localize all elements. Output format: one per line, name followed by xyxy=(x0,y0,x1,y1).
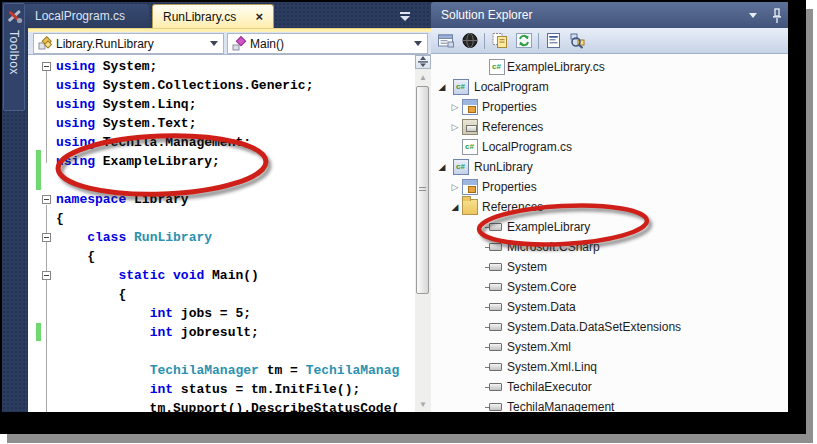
tree-item-ref-examplelibrary[interactable]: ExampleLibrary xyxy=(431,217,788,237)
csharp-file-icon xyxy=(462,139,478,155)
code-line: int status = tm.InitFile(); xyxy=(56,380,360,399)
solution-explorer-titlebar[interactable]: Solution Explorer xyxy=(431,2,788,28)
code-line: { xyxy=(56,285,126,304)
expanded-arrow-icon[interactable] xyxy=(436,161,448,173)
code-line: { xyxy=(56,209,64,228)
tab-label: RunLibrary.cs xyxy=(163,10,236,24)
solution-tree: ExampleLibrary.cs LocalProgram Propertie… xyxy=(431,54,788,412)
code-line: int jobs = 5; xyxy=(56,304,251,323)
assembly-reference-icon xyxy=(489,263,502,271)
show-all-files-icon[interactable] xyxy=(489,31,511,51)
window-position-icon[interactable] xyxy=(749,13,757,18)
code-line: TechilaManager tm = TechilaManag xyxy=(56,361,399,380)
fold-collapse-icon[interactable] xyxy=(42,62,51,71)
vertical-scrollbar[interactable]: ▲ ▼ xyxy=(415,55,431,412)
code-line: using System.Linq; xyxy=(56,95,196,114)
type-dropdown-value: Library.RunLibrary xyxy=(56,37,154,51)
collapsed-arrow-icon[interactable] xyxy=(449,121,461,133)
document-list-dropdown-icon[interactable] xyxy=(398,9,412,21)
references-folder-icon xyxy=(462,119,478,135)
fold-collapse-icon[interactable] xyxy=(42,233,51,242)
code-line: namespace Library xyxy=(56,190,189,209)
chevron-down-icon xyxy=(414,41,422,46)
class-icon xyxy=(37,36,53,52)
tree-item-localprogram[interactable]: LocalProgram xyxy=(431,77,788,97)
class-diagram-icon[interactable] xyxy=(567,31,589,51)
csharp-project-icon xyxy=(453,79,469,95)
tree-item-ref-techilaexecutor[interactable]: TechilaExecutor xyxy=(431,377,788,397)
expanded-arrow-icon[interactable] xyxy=(449,201,461,213)
tree-item-ref-system-core[interactable]: System.Core xyxy=(431,277,788,297)
member-dropdown-value: Main() xyxy=(250,37,284,51)
editor-splitter-handle[interactable] xyxy=(415,55,431,69)
toolbox-tab[interactable]: Toolbox xyxy=(3,3,25,111)
assembly-reference-icon xyxy=(489,243,502,251)
change-bar xyxy=(36,150,41,190)
toolbar-separator xyxy=(538,33,539,49)
assembly-reference-icon xyxy=(489,403,502,411)
solution-explorer-toolbar xyxy=(431,28,788,54)
view-code-icon[interactable] xyxy=(543,31,565,51)
code-line: { xyxy=(56,247,95,266)
code-line: tm.Support().DescribeStatusCode( xyxy=(56,399,399,412)
assembly-reference-icon xyxy=(489,323,502,331)
assembly-reference-icon xyxy=(489,223,502,231)
toolbox-tab-label: Toolbox xyxy=(7,30,21,75)
code-line-circled: using ExampleLibrary; xyxy=(56,152,220,171)
tree-item-ref-system-xml[interactable]: System.Xml xyxy=(431,337,788,357)
properties-folder-icon xyxy=(462,179,478,195)
ide-window: Toolbox LocalProgram.cs RunLibrary.cs × xyxy=(0,0,806,434)
globe-icon[interactable] xyxy=(459,31,481,51)
refresh-icon[interactable] xyxy=(513,31,535,51)
tab-localprogram[interactable]: LocalProgram.cs xyxy=(25,4,149,28)
code-line: using System.Collections.Generic; xyxy=(56,76,313,95)
properties-icon[interactable] xyxy=(435,31,457,51)
navigation-bar: Library.RunLibrary Main() xyxy=(28,32,432,55)
editor-group: LocalProgram.cs RunLibrary.cs × xyxy=(24,2,432,412)
assembly-reference-icon xyxy=(489,303,502,311)
scroll-down-icon[interactable]: ▼ xyxy=(415,397,431,412)
csharp-project-icon xyxy=(453,159,469,175)
solution-explorer-panel: Solution Explorer xyxy=(431,2,788,412)
code-line: using Techila.Management; xyxy=(56,133,251,152)
tree-item-ref-techilamanagement[interactable]: TechilaManagement xyxy=(431,397,788,412)
tab-close-icon[interactable]: × xyxy=(255,12,263,22)
assembly-reference-icon xyxy=(489,383,502,391)
csharp-file-icon xyxy=(489,59,505,75)
tab-runlibrary[interactable]: RunLibrary.cs × xyxy=(152,4,274,28)
assembly-reference-icon xyxy=(489,363,502,371)
tree-item-references[interactable]: References xyxy=(431,197,788,217)
fold-collapse-icon[interactable] xyxy=(42,195,51,204)
code-editor[interactable]: using System; using System.Collections.G… xyxy=(28,55,432,412)
tree-item-ref-microsoft-csharp[interactable]: Microsoft.CSharp xyxy=(431,237,788,257)
scroll-up-icon[interactable]: ▲ xyxy=(415,70,431,85)
tree-item-ref-system-data-datasetextensions[interactable]: System.Data.DataSetExtensions xyxy=(431,317,788,337)
tree-item-ref-system-data[interactable]: System.Data xyxy=(431,297,788,317)
tree-item-examplelibrary-cs[interactable]: ExampleLibrary.cs xyxy=(431,57,788,77)
change-bar xyxy=(36,323,41,341)
tree-item-runlibrary[interactable]: RunLibrary xyxy=(431,157,788,177)
type-dropdown[interactable]: Library.RunLibrary xyxy=(33,33,224,54)
scrollbar-thumb[interactable] xyxy=(416,86,429,294)
expanded-arrow-icon[interactable] xyxy=(436,81,448,93)
properties-folder-icon xyxy=(462,99,478,115)
member-dropdown[interactable]: Main() xyxy=(227,33,428,54)
tree-item-properties[interactable]: Properties xyxy=(431,97,788,117)
collapsed-arrow-icon[interactable] xyxy=(449,181,461,193)
code-line: int jobresult; xyxy=(56,323,259,342)
screenshot: Toolbox LocalProgram.cs RunLibrary.cs × xyxy=(0,0,817,444)
open-folder-icon xyxy=(462,199,478,215)
tree-item-ref-system[interactable]: System xyxy=(431,257,788,277)
tree-item-localprogram-cs[interactable]: LocalProgram.cs xyxy=(431,137,788,157)
outline-line xyxy=(46,71,47,163)
toolbox-strip: Toolbox xyxy=(2,2,26,412)
toolbar-separator xyxy=(484,33,485,49)
chevron-down-icon xyxy=(210,41,218,46)
tree-item-properties[interactable]: Properties xyxy=(431,177,788,197)
ide-app-background: Toolbox LocalProgram.cs RunLibrary.cs × xyxy=(2,2,788,412)
fold-collapse-icon[interactable] xyxy=(42,271,51,280)
method-icon xyxy=(231,36,247,52)
tree-item-references[interactable]: References xyxy=(431,117,788,137)
collapsed-arrow-icon[interactable] xyxy=(449,101,461,113)
tree-item-ref-system-xml-linq[interactable]: System.Xml.Linq xyxy=(431,357,788,377)
